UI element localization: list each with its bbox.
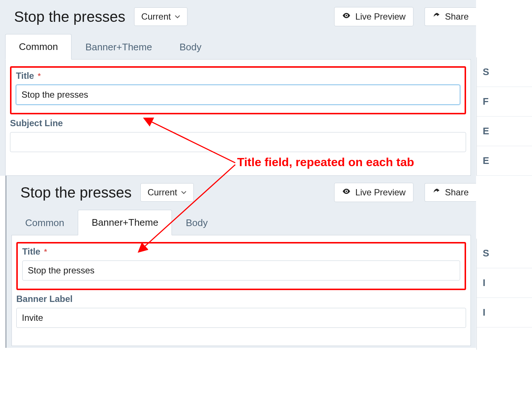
title-label-text: Title: [16, 71, 34, 81]
tab-body[interactable]: Body: [172, 210, 221, 235]
page-title: Stop the presses: [20, 184, 132, 201]
live-preview-button[interactable]: Live Preview: [334, 7, 413, 26]
sidebar-item[interactable]: S: [477, 239, 532, 268]
share-label: Share: [445, 187, 469, 198]
eye-icon: [342, 187, 351, 198]
share-icon: [432, 187, 440, 198]
subject-label: Subject Line: [10, 118, 466, 128]
sidebar-sliver: S F E E: [476, 57, 532, 176]
sidebar-sliver: S I I: [476, 239, 532, 350]
svg-point-1: [346, 191, 347, 192]
banner-label-label: Banner Label: [16, 294, 466, 304]
share-button[interactable]: Share: [425, 183, 476, 202]
share-icon: [432, 11, 440, 22]
subject-label-text: Subject Line: [10, 118, 63, 128]
live-preview-label: Live Preview: [355, 187, 406, 198]
sidebar-item[interactable]: I: [477, 298, 532, 327]
banner-label-input[interactable]: [16, 308, 466, 328]
live-preview-button[interactable]: Live Preview: [334, 183, 413, 202]
live-preview-label: Live Preview: [355, 11, 406, 22]
chevron-down-icon: [174, 11, 180, 22]
tab-banner-theme[interactable]: Banner+Theme: [78, 210, 172, 235]
sidebar-item[interactable]: E: [477, 117, 532, 146]
subject-field-group: Subject Line: [10, 118, 466, 152]
annotation-highlight-box: Title *: [16, 242, 466, 290]
form-area: Title * Banner Label: [11, 235, 471, 346]
title-input[interactable]: [16, 85, 460, 105]
title-input[interactable]: [22, 260, 460, 280]
title-label: Title *: [22, 246, 460, 257]
panel-common-tab: Stop the presses Current Live Preview Sh…: [0, 0, 476, 176]
sidebar-item[interactable]: S: [477, 57, 532, 87]
subject-input[interactable]: [10, 132, 466, 152]
title-field-group: Title *: [16, 71, 460, 105]
version-dropdown[interactable]: Current: [140, 183, 194, 202]
banner-label-field-group: Banner Label: [16, 294, 466, 328]
required-star-icon: *: [38, 72, 41, 80]
title-label-text: Title: [22, 246, 40, 257]
chevron-down-icon: [181, 187, 187, 198]
title-label: Title *: [16, 71, 460, 81]
version-dropdown-label: Current: [141, 11, 171, 22]
sidebar-item[interactable]: I: [477, 268, 532, 298]
page-title: Stop the presses: [14, 9, 125, 25]
panel-banner-tab: Stop the presses Current Live Preview Sh…: [6, 176, 476, 348]
header: Stop the presses Current Live Preview Sh…: [6, 176, 476, 209]
sidebar-item[interactable]: F: [477, 87, 532, 117]
share-label: Share: [445, 11, 469, 22]
tabs: Common Banner+Theme Body: [6, 209, 476, 235]
tab-banner-theme[interactable]: Banner+Theme: [72, 34, 166, 60]
header: Stop the presses Current Live Preview Sh…: [0, 0, 476, 33]
svg-point-0: [346, 15, 347, 16]
title-field-group: Title *: [22, 246, 460, 280]
version-dropdown-label: Current: [147, 187, 177, 198]
version-dropdown[interactable]: Current: [134, 7, 187, 26]
annotation-highlight-box: Title *: [10, 66, 466, 114]
tabs: Common Banner+Theme Body: [0, 33, 476, 59]
tab-common[interactable]: Common: [5, 34, 72, 60]
banner-label-label-text: Banner Label: [16, 294, 73, 304]
sidebar-item[interactable]: E: [477, 146, 532, 176]
eye-icon: [342, 11, 351, 22]
tab-body[interactable]: Body: [166, 34, 215, 60]
annotation-callout: Title field, repeated on each tab: [237, 155, 414, 169]
tab-common[interactable]: Common: [11, 210, 78, 235]
required-star-icon: *: [44, 248, 47, 255]
share-button[interactable]: Share: [425, 7, 476, 26]
